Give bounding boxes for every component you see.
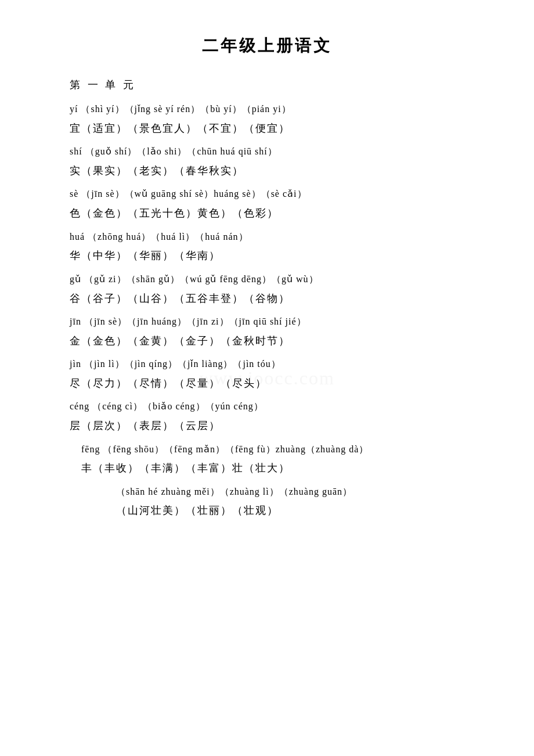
entry-jin4: jìn （jìn lì）（jìn qíng）（jǐn liàng）（jìn tó… [70,356,488,393]
pinyin-shi: shí （guǒ shí）（lǎo shi）（chūn huá qiū shí） [70,143,488,160]
chinese-hua: 华（中华）（华丽）（华南） [70,246,488,265]
chinese-feng: 丰（丰收）（丰满）（丰富）壮（壮大） [81,459,488,477]
entry-yi: yí （shì yí）（jǐng sè yí rén）（bù yí）（pián … [70,101,488,138]
pinyin-gu: gǔ （gǔ zi）（shān gǔ）（wú gǔ fēng dēng）（gǔ … [70,271,488,288]
entry-shi: shí （guǒ shí）（lǎo shi）（chūn huá qiū shí）… [70,143,488,180]
pinyin-feng: fēng （fēng shōu）（fēng mǎn）（fēng fù）zhuàn… [81,441,488,458]
chinese-jin4: 尽（尽力）（尽情）（尽量）（尽头） [70,374,488,393]
pinyin-jin1: jīn （jīn sè）（jīn huáng）（jīn zi）（jīn qiū … [70,314,488,330]
entry-zhuang: （shān hé zhuàng měi）（zhuàng lì）（zhuàng g… [81,484,488,520]
pinyin-ceng: céng （céng cì）（biǎo céng）（yún céng） [70,398,488,415]
section-header: 第 一 单 元 [70,78,488,92]
chinese-jin1: 金（金色）（金黄）（金子）（金秋时节） [70,332,488,350]
entry-gu: gǔ （gǔ zi）（shān gǔ）（wú gǔ fēng dēng）（gǔ … [70,271,488,308]
entry-hua: huá （zhōng huá）（huá lì）（huá nán） 华（中华）（华… [70,229,488,265]
chinese-zhuang: （山河壮美）（壮丽）（壮观） [116,501,488,520]
chinese-se: 色（金色）（五光十色）黄色）（色彩） [70,204,488,222]
pinyin-se: sè （jīn sè）（wǔ guāng shí sè）huáng sè）（sè… [70,186,488,203]
pinyin-zhuang: （shān hé zhuàng měi）（zhuàng lì）（zhuàng g… [116,484,488,501]
chinese-yi: 宜（适宜）（景色宜人）（不宜）（便宜） [70,119,488,138]
entry-jin1: jīn （jīn sè）（jīn huáng）（jīn zi）（jīn qiū … [70,314,488,350]
pinyin-yi: yí （shì yí）（jǐng sè yí rén）（bù yí）（pián … [70,101,488,118]
pinyin-jin4: jìn （jìn lì）（jìn qíng）（jǐn liàng）（jìn tó… [70,356,488,373]
chinese-gu: 谷（谷子）（山谷）（五谷丰登）（谷物） [70,289,488,308]
entry-ceng: céng （céng cì）（biǎo céng）（yún céng） 层（层次… [70,398,488,435]
pinyin-hua: huá （zhōng huá）（huá lì）（huá nán） [70,229,488,246]
entry-se: sè （jīn sè）（wǔ guāng shí sè）huáng sè）（sè… [70,186,488,222]
entry-feng: fēng （fēng shōu）（fēng mǎn）（fēng fù）zhuàn… [81,441,488,478]
chinese-shi: 实（果实）（老实）（春华秋实） [70,161,488,180]
page-title: 二年级上册语文 [46,35,488,57]
chinese-ceng: 层（层次）（表层）（云层） [70,416,488,435]
